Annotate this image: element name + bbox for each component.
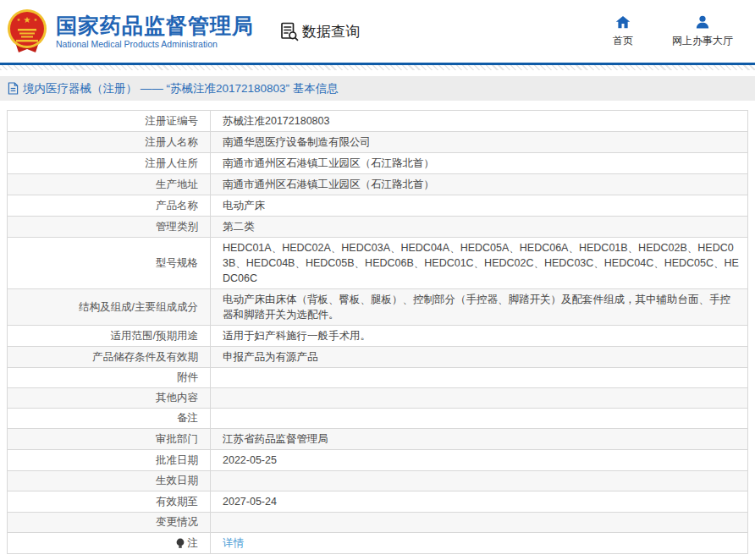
row-label-text: 附件: [177, 371, 198, 385]
row-value: 江苏省药品监督管理局: [211, 429, 747, 449]
row-label: 适用范围/预期用途: [8, 326, 211, 346]
row-label-text: 生效日期: [156, 474, 198, 488]
row-label: 注册人名称: [8, 132, 211, 152]
row-value: 南通市通州区石港镇工业园区（石江路北首）: [211, 174, 747, 195]
row-label-text: 注册人住所: [146, 156, 199, 171]
org-name-zh: 国家药品监督管理局: [56, 14, 254, 37]
home-icon: [615, 14, 631, 30]
row-label-text: 审批部门: [156, 432, 198, 447]
table-row: 变更情况: [8, 513, 747, 533]
row-label-text: 型号规格: [156, 256, 198, 271]
row-label: 有效期至: [8, 491, 211, 512]
svg-text:★: ★: [17, 17, 21, 22]
table-row: 结构及组成/主要组成成分 电动产床由床体（背板、臀板、腿板）、控制部分（手控器、…: [8, 289, 747, 326]
row-label: 结构及组成/主要组成成分: [8, 289, 211, 325]
nav-item-home[interactable]: 首页: [606, 14, 640, 48]
row-label: 生产地址: [8, 174, 211, 195]
row-value: [211, 513, 747, 532]
table-row: 管理类别 第二类: [8, 217, 747, 238]
row-label-text: 变更情况: [156, 515, 198, 530]
row-value: 苏械注准20172180803: [211, 111, 747, 131]
row-label-text: 产品储存条件及有效期: [92, 350, 198, 365]
row-label-text: 注册证编号: [146, 114, 199, 129]
org-title-block: 国家药品监督管理局 National Medical Products Admi…: [56, 14, 254, 49]
row-value: [211, 471, 747, 491]
row-value: [211, 388, 747, 408]
data-query-section[interactable]: 数据查询: [279, 21, 360, 41]
row-value: 2027-05-24: [211, 491, 747, 512]
header: ★ ★ ★ 国家药品监督管理局 National Medical Product…: [0, 0, 755, 63]
row-label-text: 其他内容: [156, 391, 198, 405]
bulb-icon: [175, 538, 185, 549]
nav-item-label: 首页: [613, 34, 633, 48]
table-row: 注册人名称 南通华恩医疗设备制造有限公司: [8, 132, 747, 153]
person-icon: [695, 14, 710, 30]
row-label: 备注: [8, 409, 211, 428]
svg-text:★: ★: [24, 15, 31, 25]
row-label-text: 适用范围/预期用途: [111, 329, 198, 343]
row-label: 批准日期: [8, 450, 211, 470]
row-label: 产品名称: [8, 195, 211, 216]
table-row: 生产地址 南通市通州区石港镇工业园区（石江路北首）: [8, 174, 747, 195]
row-value: 2022-05-25: [211, 450, 747, 470]
row-value: 申报产品为有源产品: [211, 347, 747, 367]
table-row: 注册证编号 苏械注准20172180803: [8, 111, 747, 132]
table-row: 型号规格 HEDC01A、HEDC02A、HEDC03A、HEDC04A、HED…: [8, 238, 747, 289]
row-label: 注: [8, 533, 211, 553]
page-title-bar: 境内医疗器械（注册） —— “苏械注准20172180803” 基本信息: [0, 76, 755, 101]
row-value: 南通市通州区石港镇工业园区（石江路北首）: [211, 153, 747, 173]
document-search-icon: [279, 21, 300, 41]
table-row: 产品名称 电动产床: [8, 195, 747, 217]
table-row: 适用范围/预期用途 适用于妇产科施行一般手术用。: [8, 326, 747, 347]
row-value: 第二类: [211, 217, 747, 237]
row-value: 南通华恩医疗设备制造有限公司: [211, 132, 747, 152]
row-label: 产品储存条件及有效期: [8, 347, 211, 367]
table-row: 审批部门 江苏省药品监督管理局: [8, 429, 747, 450]
svg-text:★: ★: [34, 17, 38, 22]
table-row: 批准日期 2022-05-25: [8, 450, 747, 471]
row-label: 生效日期: [8, 471, 211, 491]
page-icon: [8, 82, 19, 95]
row-label: 注册证编号: [8, 111, 211, 131]
hatched-strip: [0, 65, 755, 70]
nav-item-service-hall[interactable]: 网上办事大厅: [672, 14, 733, 48]
table-row: 有效期至 2027-05-24: [8, 491, 747, 513]
row-value: [211, 409, 747, 428]
table-row: 注册人住所 南通市通州区石港镇工业园区（石江路北首）: [8, 153, 747, 174]
row-label: 变更情况: [8, 513, 211, 532]
row-label: 型号规格: [8, 238, 211, 288]
row-label-text: 注: [188, 536, 199, 551]
nav-item-label: 网上办事大厅: [672, 34, 733, 48]
table-row: 注 详情: [8, 533, 747, 554]
row-label-text: 生产地址: [156, 178, 198, 192]
row-value: [211, 368, 747, 387]
row-label-text: 结构及组成/主要组成成分: [79, 300, 198, 315]
table-row: 备注: [8, 409, 747, 429]
national-emblem-logo: ★ ★ ★: [7, 8, 47, 54]
details-link[interactable]: 详情: [223, 535, 244, 551]
row-label-text: 产品名称: [156, 199, 198, 213]
row-label-text: 备注: [177, 411, 198, 425]
table-row: 产品储存条件及有效期 申报产品为有源产品: [8, 347, 747, 368]
org-name-en: National Medical Products Administration: [56, 39, 254, 49]
row-value: 适用于妇产科施行一般手术用。: [211, 326, 747, 346]
page-title: 境内医疗器械（注册） —— “苏械注准20172180803” 基本信息: [23, 81, 339, 96]
row-label-text: 有效期至: [156, 495, 198, 509]
row-value: 电动产床: [211, 195, 747, 216]
top-nav: 首页 网上办事大厅: [606, 14, 755, 48]
table-row: 附件: [8, 368, 747, 388]
row-label: 注册人住所: [8, 153, 211, 173]
row-label: 审批部门: [8, 429, 211, 449]
row-label-text: 管理类别: [156, 220, 198, 234]
row-label: 管理类别: [8, 217, 211, 237]
info-table: 注册证编号 苏械注准20172180803 注册人名称 南通华恩医疗设备制造有限…: [7, 110, 748, 554]
row-label: 附件: [8, 368, 211, 387]
row-value: 详情: [211, 533, 747, 553]
table-row: 生效日期: [8, 471, 747, 491]
row-value: HEDC01A、HEDC02A、HEDC03A、HEDC04A、HEDC05A、…: [211, 238, 747, 288]
row-label-text: 注册人名称: [146, 135, 199, 150]
data-query-label: 数据查询: [302, 22, 360, 41]
row-label: 其他内容: [8, 388, 211, 408]
row-value: 电动产床由床体（背板、臀板、腿板）、控制部分（手控器、脚踏开关）及配套件组成，其…: [211, 289, 747, 325]
row-label-text: 批准日期: [156, 453, 198, 468]
